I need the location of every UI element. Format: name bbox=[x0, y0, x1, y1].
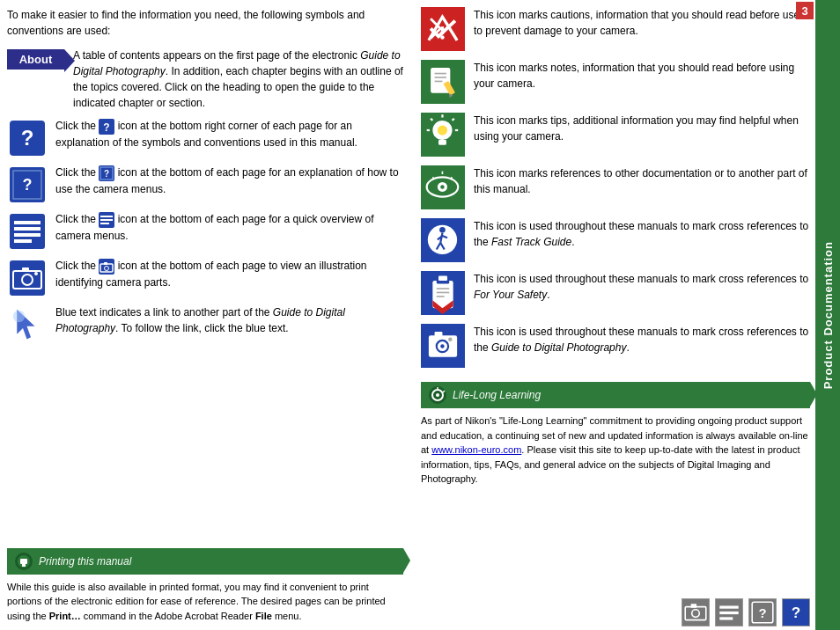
nikon-link[interactable]: www.nikon-euro.com bbox=[431, 444, 521, 455]
svg-point-84 bbox=[436, 393, 439, 397]
svg-rect-71 bbox=[438, 276, 447, 282]
tip-icon-box bbox=[421, 113, 465, 157]
note-text: This icon marks notes, information that … bbox=[474, 60, 810, 92]
sidebar-tab: Product Documentation bbox=[815, 0, 840, 630]
printing-title: Printing this manual bbox=[39, 555, 131, 568]
svg-point-29 bbox=[13, 311, 26, 323]
svg-text:?: ? bbox=[792, 604, 800, 621]
life-long-icon bbox=[428, 385, 447, 405]
camera-icon bbox=[10, 260, 45, 296]
reference-text: This icon marks references to other docu… bbox=[474, 165, 810, 197]
caution-icon bbox=[421, 7, 465, 51]
svg-rect-46 bbox=[438, 140, 446, 145]
help2-icon-text: Click the ? icon at the bottom of each p… bbox=[55, 165, 403, 197]
help-icon-text: Click the ? icon at the bottom right cor… bbox=[55, 118, 403, 150]
svg-rect-12 bbox=[14, 227, 41, 231]
camera-icon-row: Click the icon at the bottom of each pag… bbox=[7, 258, 403, 297]
fasttrack-text: This icon is used throughout these manua… bbox=[474, 218, 810, 250]
svg-rect-16 bbox=[100, 216, 113, 217]
digital-photo-icon-row: This icon is used throughout these manua… bbox=[421, 324, 810, 368]
printing-body: While this guide is also available in pr… bbox=[7, 580, 403, 624]
life-long-header: Life-Long Learning bbox=[421, 382, 810, 408]
svg-rect-18 bbox=[100, 223, 109, 224]
help-bottom-svg: ? bbox=[749, 599, 776, 626]
caution-text: This icon marks cautions, information th… bbox=[474, 7, 810, 39]
reference-icon-row: This icon marks references to other docu… bbox=[421, 165, 810, 209]
life-long-section: Life-Long Learning As part of Nikon's "L… bbox=[421, 382, 810, 487]
about-section: About A table of contents appears on the… bbox=[7, 48, 403, 111]
svg-rect-13 bbox=[14, 233, 41, 237]
svg-rect-92 bbox=[719, 606, 738, 609]
svg-point-80 bbox=[440, 344, 444, 348]
digital-photo-icon bbox=[421, 324, 465, 368]
svg-rect-33 bbox=[22, 564, 26, 567]
help-icon: ? bbox=[10, 121, 45, 156]
reference-icon-box bbox=[421, 165, 465, 209]
svg-rect-22 bbox=[22, 267, 29, 272]
question-bottom-svg: ? bbox=[783, 599, 809, 626]
svg-text:?: ? bbox=[104, 169, 109, 179]
digital-photo-icon-box bbox=[421, 324, 465, 368]
page-container: 3 Product Documentation To make it easie… bbox=[0, 0, 840, 630]
svg-point-81 bbox=[448, 338, 452, 341]
safety-icon-row: This icon is used throughout these manua… bbox=[421, 271, 810, 315]
menu-bottom-icon[interactable] bbox=[715, 598, 743, 626]
main-content: To make it easier to find the informatio… bbox=[0, 0, 840, 630]
intro-text: To make it easier to find the informatio… bbox=[7, 7, 403, 39]
bottom-icons-bar: ? ? bbox=[421, 595, 810, 630]
safety-text: This icon is used throughout these manua… bbox=[474, 271, 810, 303]
svg-point-23 bbox=[34, 272, 38, 275]
blue-arrow-icon bbox=[7, 304, 47, 344]
menu-icon-box bbox=[7, 211, 47, 251]
note-icon-row: This icon marks notes, information that … bbox=[421, 60, 810, 104]
svg-text:?: ? bbox=[758, 605, 766, 620]
menu-icon-text: Click the icon at the bottom of each pag… bbox=[55, 211, 403, 244]
note-icon-box bbox=[421, 60, 465, 104]
printing-section-container: Printing this manual While this guide is… bbox=[7, 548, 403, 624]
fasttrack-icon bbox=[421, 218, 465, 262]
about-label: About bbox=[7, 49, 64, 70]
note-icon bbox=[421, 60, 465, 104]
svg-rect-11 bbox=[14, 221, 41, 224]
svg-rect-32 bbox=[20, 559, 27, 564]
fasttrack-icon-box bbox=[421, 218, 465, 262]
help2-icon: ? bbox=[10, 167, 45, 202]
camera-bottom-icon[interactable] bbox=[682, 598, 710, 626]
svg-rect-17 bbox=[100, 219, 113, 221]
svg-line-50 bbox=[431, 119, 432, 121]
camera-bottom-svg bbox=[682, 599, 709, 626]
question-bottom-icon[interactable]: ? bbox=[782, 598, 810, 626]
help-icon-row: ? Click the ? icon at the bottom right c… bbox=[7, 118, 403, 158]
printing-icon bbox=[14, 552, 33, 571]
svg-rect-94 bbox=[719, 617, 733, 619]
tip-text: This icon marks tips, additional informa… bbox=[474, 113, 810, 144]
svg-rect-93 bbox=[719, 612, 738, 614]
menu-icon bbox=[10, 214, 45, 249]
blue-arrow-text: Blue text indicates a link to another pa… bbox=[55, 304, 403, 336]
page-number: 3 bbox=[796, 2, 814, 19]
printing-section-header: Printing this manual bbox=[7, 548, 403, 575]
svg-rect-14 bbox=[14, 239, 32, 243]
left-column: To make it easier to find the informatio… bbox=[7, 7, 412, 630]
svg-rect-78 bbox=[435, 332, 443, 337]
help-bottom-icon[interactable]: ? bbox=[748, 598, 777, 626]
fasttrack-icon-row: This icon is used throughout these manua… bbox=[421, 218, 810, 262]
svg-rect-27 bbox=[104, 262, 107, 265]
life-long-title: Life-Long Learning bbox=[453, 389, 541, 401]
camera-icon-text: Click the icon at the bottom of each pag… bbox=[55, 258, 403, 290]
camera-icon-box bbox=[7, 258, 47, 297]
about-text: A table of contents appears on the first… bbox=[73, 48, 403, 111]
digital-photo-text: This icon is used throughout these manua… bbox=[474, 324, 810, 355]
tip-icon bbox=[421, 113, 465, 157]
menu-bottom-svg bbox=[716, 599, 742, 626]
svg-text:?: ? bbox=[22, 176, 32, 194]
svg-rect-90 bbox=[691, 604, 696, 607]
svg-line-48 bbox=[453, 119, 454, 121]
svg-rect-10 bbox=[10, 214, 45, 249]
right-column: This icon marks cautions, information th… bbox=[412, 7, 817, 630]
svg-point-62 bbox=[439, 227, 446, 233]
caution-icon-box bbox=[421, 7, 465, 51]
cursor-icon bbox=[7, 304, 47, 344]
help2-icon-row: ? Click the ? icon at the bottom of each… bbox=[7, 165, 403, 204]
life-long-body: As part of Nikon's "Life-Long Learning" … bbox=[421, 414, 810, 487]
